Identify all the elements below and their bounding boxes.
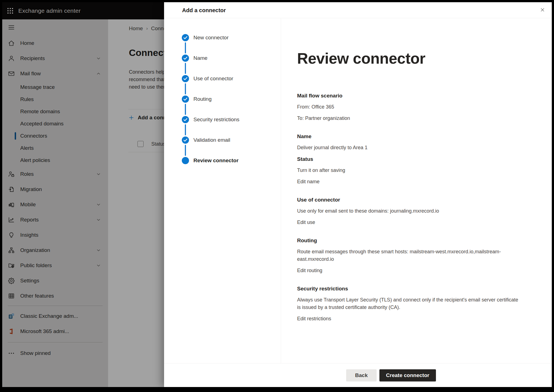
wizard-step-name[interactable]: Name: [164, 48, 281, 68]
create-connector-button[interactable]: Create connector: [379, 369, 436, 381]
close-icon: [540, 7, 545, 12]
close-button[interactable]: [538, 6, 547, 15]
step-status-icon: [182, 34, 189, 41]
review-panel: Review connector Mail flow scenarioFrom:…: [297, 18, 522, 326]
review-value: To: Partner organization: [297, 115, 522, 122]
review-heading: Review connector: [297, 49, 522, 68]
review-value: Deliver journal directly to Area 1: [297, 144, 522, 151]
review-section-title-use-of-connector: Use of connector: [297, 196, 522, 203]
back-button[interactable]: Back: [346, 369, 377, 381]
wizard-steps: New connector Name Use of connector Rout…: [164, 18, 281, 171]
edit-restrictions-link[interactable]: Edit restrictions: [297, 315, 331, 323]
review-value: Turn it on after saving: [297, 167, 522, 174]
review-section-title-security-restrictions: Security restrictions: [297, 285, 522, 292]
step-status-icon: [182, 55, 189, 62]
step-status-icon: [182, 116, 189, 123]
wizard-step-new-connector[interactable]: New connector: [164, 27, 281, 48]
edit-routing-link[interactable]: Edit routing: [297, 267, 322, 274]
edit-use-link[interactable]: Edit use: [297, 219, 315, 226]
review-section-title-status: Status: [297, 155, 522, 163]
review-value: From: Office 365: [297, 103, 522, 111]
wizard-step-review-connector[interactable]: Review connector: [164, 150, 281, 171]
wizard-divider: [281, 18, 281, 363]
step-status-icon: [182, 96, 189, 103]
wizard-step-security-restrictions[interactable]: Security restrictions: [164, 109, 281, 130]
review-section-title-routing: Routing: [297, 237, 522, 244]
wizard-step-routing[interactable]: Routing: [164, 89, 281, 109]
screenshot-frame: Exchange admin center Home Recipients Ma…: [0, 0, 554, 392]
review-section-title-mail-flow-scenario: Mail flow scenario: [297, 92, 522, 99]
step-status-icon: [182, 75, 189, 82]
add-connector-dialog: Add a connector New connector Name Use o…: [164, 2, 552, 387]
step-status-icon: [182, 157, 189, 164]
step-status-icon: [182, 136, 189, 144]
review-content: Mail flow scenarioFrom: Office 365To: Pa…: [297, 92, 522, 323]
dialog-footer: Back Create connector: [164, 363, 552, 387]
wizard-step-validation-email[interactable]: Validation email: [164, 130, 281, 150]
review-section-title-name: Name: [297, 133, 522, 140]
review-value: Route email messages through these smart…: [297, 248, 522, 263]
app-window: Exchange admin center Home Recipients Ma…: [2, 2, 552, 387]
dialog-header: Add a connector: [164, 2, 552, 18]
wizard-step-use-of-connector[interactable]: Use of connector: [164, 68, 281, 89]
review-value: Always use Transport Layer Security (TLS…: [297, 296, 522, 311]
dialog-title: Add a connector: [182, 2, 226, 18]
review-value: Use only for email sent to these domains…: [297, 207, 522, 215]
edit-name-link[interactable]: Edit name: [297, 178, 320, 185]
